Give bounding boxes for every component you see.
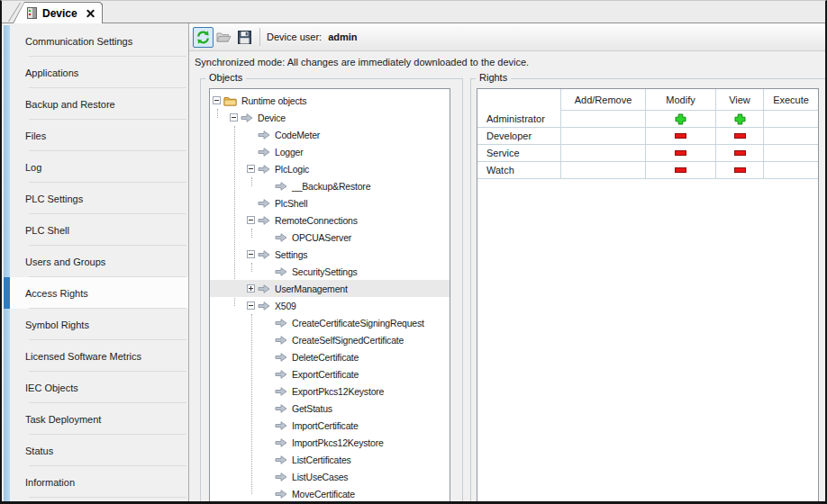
tree-node[interactable]: X509 xyxy=(210,297,450,314)
permission-cell[interactable] xyxy=(716,111,764,128)
open-button[interactable] xyxy=(214,27,234,48)
tree-node[interactable]: Runtime objects xyxy=(210,92,450,109)
permission-cell[interactable] xyxy=(764,162,818,179)
save-button[interactable] xyxy=(234,27,255,48)
tree-node[interactable]: OPCUAServer xyxy=(210,229,450,246)
tree-node-label: RemoteConnections xyxy=(275,215,358,226)
tree-node[interactable]: CodeMeter xyxy=(210,126,450,143)
sidebar-item-label: Applications xyxy=(25,68,78,78)
permission-cell[interactable] xyxy=(561,162,646,179)
permission-cell[interactable] xyxy=(646,162,716,179)
sidebar-item[interactable]: IEC Objects xyxy=(2,372,188,403)
object-arrow-icon xyxy=(275,336,287,345)
sidebar-item[interactable]: Applications xyxy=(2,57,188,88)
refresh-button[interactable] xyxy=(193,27,214,48)
object-arrow-icon xyxy=(275,421,287,430)
tree-node[interactable]: SecuritySettings xyxy=(210,263,450,280)
object-arrow-icon xyxy=(258,165,270,174)
sidebar-item[interactable]: Symbol Rights xyxy=(2,309,188,340)
sync-message: Synchronized mode: All changes are immed… xyxy=(195,57,529,68)
tab-strip: Device xyxy=(2,1,825,23)
role-name: Watch xyxy=(477,162,561,179)
sync-message-bar: Synchronized mode: All changes are immed… xyxy=(189,51,825,73)
sidebar-item[interactable]: Task Deployment xyxy=(2,403,188,435)
sidebar-item[interactable]: Backup and Restore xyxy=(2,88,188,120)
rights-group-title: Rights xyxy=(476,72,511,83)
sidebar-item-label: IEC Objects xyxy=(25,382,78,393)
tree-expander-icon[interactable] xyxy=(230,113,238,122)
tree-expander-icon[interactable] xyxy=(247,165,255,173)
tree-node[interactable]: CreateCertificateSigningRequest xyxy=(210,314,450,331)
tree-node[interactable]: ExportPkcs12Keystore xyxy=(210,382,450,400)
tree-node[interactable]: PlcLogic xyxy=(210,160,450,177)
permission-cell[interactable] xyxy=(764,128,818,145)
tree-expander-icon[interactable] xyxy=(213,96,221,104)
sidebar-item-label: Users and Groups xyxy=(25,256,105,267)
object-arrow-icon xyxy=(258,302,270,310)
sidebar-item[interactable]: Status xyxy=(2,435,188,466)
sidebar-item-label: Task Deployment xyxy=(25,414,101,425)
sidebar-item[interactable]: Communication Settings xyxy=(2,25,188,57)
close-icon[interactable] xyxy=(86,9,95,17)
tree-node[interactable]: Device xyxy=(210,109,450,126)
tree-node[interactable]: ImportCertificate xyxy=(210,417,450,434)
tree-node[interactable]: ListCertificates xyxy=(210,451,450,468)
tree-node[interactable]: MoveCertificate xyxy=(210,485,450,501)
tab-device[interactable]: Device xyxy=(13,2,103,23)
tree-node-label: Runtime objects xyxy=(241,95,306,106)
permission-cell[interactable] xyxy=(646,111,716,128)
tree-node[interactable]: RemoteConnections xyxy=(210,212,450,229)
tree-node[interactable]: DeleteCertificate xyxy=(210,348,450,365)
plus-icon xyxy=(675,113,686,125)
sidebar-item[interactable]: Users and Groups xyxy=(2,246,188,277)
sidebar-item-label: Symbol Rights xyxy=(25,320,89,330)
sidebar-item-label: Status xyxy=(25,446,53,456)
tree-node-label: ImportPkcs12Keystore xyxy=(292,437,384,448)
column-header-modify: Modify xyxy=(646,89,716,111)
permission-cell[interactable] xyxy=(561,111,646,128)
permission-cell[interactable] xyxy=(716,162,764,179)
sidebar-item[interactable]: Access Rights xyxy=(2,277,188,309)
permission-cell[interactable] xyxy=(716,145,764,162)
permission-cell[interactable] xyxy=(561,128,646,145)
permission-cell[interactable] xyxy=(716,128,764,145)
permission-cell[interactable] xyxy=(764,111,818,128)
permission-cell[interactable] xyxy=(764,145,818,162)
sidebar-item[interactable]: Licensed Software Metrics xyxy=(2,340,188,372)
sidebar-item-label: PLC Settings xyxy=(25,194,83,204)
tree-node-label: PlcLogic xyxy=(275,164,309,175)
tree-node[interactable]: GetStatus xyxy=(210,400,450,417)
object-arrow-icon xyxy=(258,199,270,208)
minus-icon xyxy=(734,150,746,156)
tree-expander-icon[interactable] xyxy=(247,250,255,258)
sidebar-item-label: Information xyxy=(25,477,75,488)
tree-node[interactable]: UserManagement xyxy=(210,280,450,297)
tree-node[interactable]: ExportCertificate xyxy=(210,365,450,382)
rights-table: Add/Remove Modify View Execute Administr… xyxy=(477,89,818,179)
tree-node[interactable]: Settings xyxy=(210,246,450,263)
sidebar-item[interactable]: Files xyxy=(2,120,188,151)
tree-expander-icon[interactable] xyxy=(247,302,255,310)
toolbar: Device user: admin xyxy=(189,23,825,51)
object-arrow-icon xyxy=(258,216,270,225)
permission-cell[interactable] xyxy=(646,128,716,145)
device-editor-window: Device Communication Settings Applicatio… xyxy=(0,0,827,504)
tree-node[interactable]: ImportPkcs12Keystore xyxy=(210,434,450,451)
tree-node-label: UserManagement xyxy=(275,284,348,294)
sidebar-item-label: Log xyxy=(25,162,41,173)
sidebar-item[interactable]: Information xyxy=(2,466,188,498)
tree-node[interactable]: __Backup&Restore xyxy=(210,177,450,194)
sidebar-item[interactable]: Log xyxy=(2,151,188,183)
sidebar-item[interactable]: PLC Settings xyxy=(2,183,188,214)
tree-expander-icon[interactable] xyxy=(247,284,255,292)
tree-node[interactable]: Logger xyxy=(210,143,450,160)
tree-expander-icon[interactable] xyxy=(247,216,255,224)
plus-icon xyxy=(734,113,746,125)
permission-cell[interactable] xyxy=(646,145,716,162)
object-arrow-icon xyxy=(275,387,287,396)
sidebar-item[interactable]: PLC Shell xyxy=(2,214,188,246)
tree-node[interactable]: CreateSelfSignedCertificate xyxy=(210,331,450,348)
tree-node[interactable]: PlcShell xyxy=(210,194,450,212)
permission-cell[interactable] xyxy=(561,145,646,162)
tree-node[interactable]: ListUseCases xyxy=(210,468,450,485)
